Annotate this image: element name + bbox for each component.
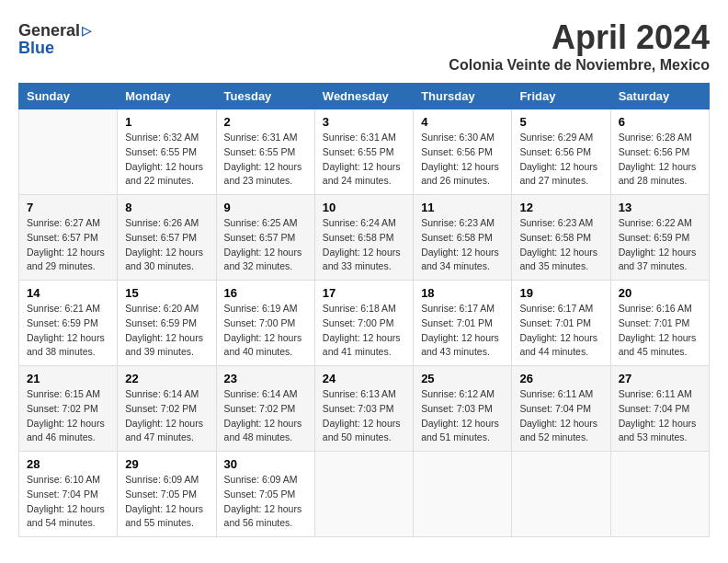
day-info: Sunrise: 6:27 AMSunset: 6:57 PMDaylight:…: [27, 216, 109, 274]
day-number: 23: [224, 372, 307, 385]
cell-week2-day2: 9Sunrise: 6:25 AMSunset: 6:57 PMDaylight…: [216, 195, 314, 281]
day-number: 3: [323, 115, 405, 129]
week-row-4: 21Sunrise: 6:15 AMSunset: 7:02 PMDayligh…: [19, 366, 710, 452]
header-row: SundayMondayTuesdayWednesdayThursdayFrid…: [19, 84, 710, 109]
day-number: 1: [125, 115, 208, 129]
cell-week5-day0: 28Sunrise: 6:10 AMSunset: 7:04 PMDayligh…: [19, 452, 118, 537]
day-number: 2: [224, 115, 307, 129]
cell-week1-day5: 5Sunrise: 6:29 AMSunset: 6:56 PMDaylight…: [512, 109, 610, 195]
day-info: Sunrise: 6:23 AMSunset: 6:58 PMDaylight:…: [519, 216, 602, 274]
cell-week5-day3: [314, 452, 413, 537]
cell-week5-day2: 30Sunrise: 6:09 AMSunset: 7:05 PMDayligh…: [216, 452, 314, 537]
day-number: 17: [323, 286, 405, 300]
day-number: 16: [224, 286, 307, 300]
cell-week1-day3: 3Sunrise: 6:31 AMSunset: 6:55 PMDaylight…: [314, 109, 413, 195]
day-number: 28: [27, 457, 109, 471]
page-header: General ▹ Blue April 2024 Colonia Veinte…: [18, 18, 710, 74]
day-info: Sunrise: 6:24 AMSunset: 6:58 PMDaylight:…: [323, 216, 405, 274]
cell-week4-day2: 23Sunrise: 6:14 AMSunset: 7:02 PMDayligh…: [216, 366, 314, 452]
day-number: 21: [27, 372, 109, 385]
cell-week1-day1: 1Sunrise: 6:32 AMSunset: 6:55 PMDaylight…: [118, 109, 216, 195]
day-info: Sunrise: 6:22 AMSunset: 6:59 PMDaylight:…: [619, 216, 701, 274]
header-wednesday: Wednesday: [314, 84, 413, 109]
day-info: Sunrise: 6:14 AMSunset: 7:02 PMDaylight:…: [125, 387, 208, 445]
day-number: 10: [323, 201, 405, 214]
header-thursday: Thursday: [414, 84, 512, 109]
cell-week3-day3: 17Sunrise: 6:18 AMSunset: 7:00 PMDayligh…: [314, 281, 413, 366]
cell-week2-day4: 11Sunrise: 6:23 AMSunset: 6:58 PMDayligh…: [414, 195, 512, 281]
cell-week4-day0: 21Sunrise: 6:15 AMSunset: 7:02 PMDayligh…: [19, 366, 118, 452]
day-info: Sunrise: 6:31 AMSunset: 6:55 PMDaylight:…: [224, 131, 307, 189]
header-friday: Friday: [512, 84, 610, 109]
day-info: Sunrise: 6:29 AMSunset: 6:56 PMDaylight:…: [519, 131, 602, 189]
cell-week1-day2: 2Sunrise: 6:31 AMSunset: 6:55 PMDaylight…: [216, 109, 314, 195]
day-info: Sunrise: 6:14 AMSunset: 7:02 PMDaylight:…: [224, 387, 307, 445]
cell-week5-day4: [414, 452, 512, 537]
day-number: 27: [619, 372, 701, 385]
cell-week3-day1: 15Sunrise: 6:20 AMSunset: 6:59 PMDayligh…: [118, 281, 216, 366]
header-sunday: Sunday: [19, 84, 118, 109]
cell-week2-day1: 8Sunrise: 6:26 AMSunset: 6:57 PMDaylight…: [118, 195, 216, 281]
title-area: April 2024 Colonia Veinte de Noviembre, …: [449, 18, 710, 74]
logo: General ▹ Blue: [18, 18, 92, 58]
day-number: 22: [125, 372, 208, 385]
calendar-table: SundayMondayTuesdayWednesdayThursdayFrid…: [18, 83, 710, 537]
day-number: 18: [421, 286, 504, 300]
day-info: Sunrise: 6:30 AMSunset: 6:56 PMDaylight:…: [421, 131, 504, 189]
cell-week3-day5: 19Sunrise: 6:17 AMSunset: 7:01 PMDayligh…: [512, 281, 610, 366]
calendar-header: SundayMondayTuesdayWednesdayThursdayFrid…: [19, 84, 710, 109]
day-info: Sunrise: 6:11 AMSunset: 7:04 PMDaylight:…: [619, 387, 701, 445]
day-number: 5: [519, 115, 602, 129]
header-saturday: Saturday: [610, 84, 709, 109]
day-number: 11: [421, 201, 504, 214]
cell-week2-day5: 12Sunrise: 6:23 AMSunset: 6:58 PMDayligh…: [512, 195, 610, 281]
main-title: April 2024: [449, 18, 710, 57]
day-info: Sunrise: 6:28 AMSunset: 6:56 PMDaylight:…: [619, 131, 701, 189]
day-number: 4: [421, 115, 504, 129]
cell-week2-day0: 7Sunrise: 6:27 AMSunset: 6:57 PMDaylight…: [19, 195, 118, 281]
day-info: Sunrise: 6:13 AMSunset: 7:03 PMDaylight:…: [323, 387, 405, 445]
logo-general: General: [18, 21, 80, 40]
subtitle: Colonia Veinte de Noviembre, Mexico: [449, 57, 710, 74]
day-number: 7: [27, 201, 109, 214]
day-number: 19: [519, 286, 602, 300]
cell-week3-day2: 16Sunrise: 6:19 AMSunset: 7:00 PMDayligh…: [216, 281, 314, 366]
day-info: Sunrise: 6:16 AMSunset: 7:01 PMDaylight:…: [619, 302, 701, 360]
day-info: Sunrise: 6:21 AMSunset: 6:59 PMDaylight:…: [27, 302, 109, 360]
cell-week1-day0: [19, 109, 118, 195]
header-monday: Monday: [118, 84, 216, 109]
day-info: Sunrise: 6:11 AMSunset: 7:04 PMDaylight:…: [519, 387, 602, 445]
day-info: Sunrise: 6:10 AMSunset: 7:04 PMDaylight:…: [27, 473, 109, 531]
cell-week3-day6: 20Sunrise: 6:16 AMSunset: 7:01 PMDayligh…: [610, 281, 709, 366]
cell-week4-day5: 26Sunrise: 6:11 AMSunset: 7:04 PMDayligh…: [512, 366, 610, 452]
cell-week4-day3: 24Sunrise: 6:13 AMSunset: 7:03 PMDayligh…: [314, 366, 413, 452]
day-number: 9: [224, 201, 307, 214]
day-info: Sunrise: 6:23 AMSunset: 6:58 PMDaylight:…: [421, 216, 504, 274]
cell-week5-day6: [610, 452, 709, 537]
header-tuesday: Tuesday: [216, 84, 314, 109]
day-number: 25: [421, 372, 504, 385]
day-info: Sunrise: 6:25 AMSunset: 6:57 PMDaylight:…: [224, 216, 307, 274]
cell-week4-day6: 27Sunrise: 6:11 AMSunset: 7:04 PMDayligh…: [610, 366, 709, 452]
day-info: Sunrise: 6:18 AMSunset: 7:00 PMDaylight:…: [323, 302, 405, 360]
day-info: Sunrise: 6:09 AMSunset: 7:05 PMDaylight:…: [224, 473, 307, 531]
day-info: Sunrise: 6:09 AMSunset: 7:05 PMDaylight:…: [125, 473, 208, 531]
day-number: 12: [519, 201, 602, 214]
day-number: 30: [224, 457, 307, 471]
day-number: 20: [619, 286, 701, 300]
day-info: Sunrise: 6:31 AMSunset: 6:55 PMDaylight:…: [323, 131, 405, 189]
day-number: 6: [619, 115, 701, 129]
day-number: 15: [125, 286, 208, 300]
calendar-body: 1Sunrise: 6:32 AMSunset: 6:55 PMDaylight…: [19, 109, 710, 537]
cell-week5-day5: [512, 452, 610, 537]
day-number: 26: [519, 372, 602, 385]
cell-week3-day4: 18Sunrise: 6:17 AMSunset: 7:01 PMDayligh…: [414, 281, 512, 366]
logo-blue: Blue: [18, 39, 54, 58]
day-number: 14: [27, 286, 109, 300]
logo-bird-icon: ▹: [82, 18, 92, 42]
cell-week3-day0: 14Sunrise: 6:21 AMSunset: 6:59 PMDayligh…: [19, 281, 118, 366]
day-number: 13: [619, 201, 701, 214]
cell-week2-day3: 10Sunrise: 6:24 AMSunset: 6:58 PMDayligh…: [314, 195, 413, 281]
day-info: Sunrise: 6:20 AMSunset: 6:59 PMDaylight:…: [125, 302, 208, 360]
week-row-1: 1Sunrise: 6:32 AMSunset: 6:55 PMDaylight…: [19, 109, 710, 195]
